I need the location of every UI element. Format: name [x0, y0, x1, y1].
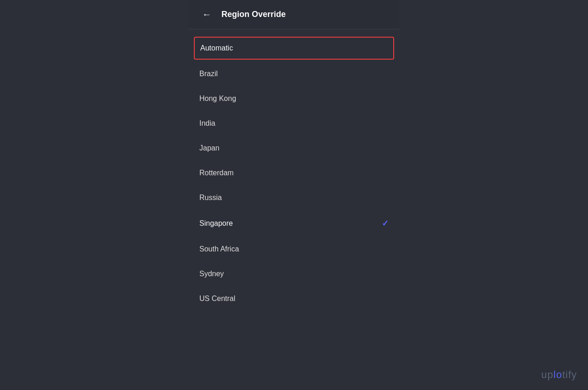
- region-item-russia[interactable]: Russia: [188, 185, 400, 210]
- back-button[interactable]: ←: [199, 8, 214, 21]
- branding: uplotify: [541, 369, 577, 381]
- region-label-automatic: Automatic: [200, 44, 233, 52]
- region-item-south-africa[interactable]: South Africa: [188, 237, 400, 262]
- region-item-japan[interactable]: Japan: [188, 136, 400, 161]
- region-item-singapore[interactable]: Singapore ✓: [188, 210, 400, 237]
- back-arrow-icon: ←: [202, 9, 211, 20]
- region-label-singapore: Singapore: [199, 219, 233, 228]
- region-label-russia: Russia: [199, 194, 222, 202]
- region-item-hong-kong[interactable]: Hong Kong: [188, 86, 400, 111]
- region-item-sydney[interactable]: Sydney: [188, 262, 400, 286]
- checkmark-icon: ✓: [382, 218, 389, 228]
- branding-tify: tify: [562, 369, 577, 380]
- region-label-rotterdam: Rotterdam: [199, 169, 234, 177]
- region-item-rotterdam[interactable]: Rotterdam: [188, 161, 400, 185]
- region-label-hong-kong: Hong Kong: [199, 95, 236, 103]
- region-label-brazil: Brazil: [199, 70, 218, 78]
- region-label-south-africa: South Africa: [199, 245, 239, 253]
- region-item-us-central[interactable]: US Central: [188, 286, 400, 311]
- region-label-us-central: US Central: [199, 295, 235, 303]
- region-item-brazil[interactable]: Brazil: [188, 61, 400, 86]
- branding-up: up: [541, 369, 553, 380]
- page-container: ← Region Override Automatic Brazil Hong …: [0, 0, 588, 390]
- region-item-india[interactable]: India: [188, 111, 400, 136]
- header: ← Region Override: [188, 0, 400, 29]
- region-list: Automatic Brazil Hong Kong India Japan R…: [188, 29, 400, 317]
- region-item-automatic[interactable]: Automatic: [194, 37, 394, 60]
- region-label-japan: Japan: [199, 144, 220, 152]
- page-title: Region Override: [221, 10, 286, 19]
- panel: ← Region Override Automatic Brazil Hong …: [188, 0, 400, 317]
- region-label-india: India: [199, 119, 215, 128]
- region-label-sydney: Sydney: [199, 270, 224, 278]
- branding-lo: lo: [554, 369, 562, 380]
